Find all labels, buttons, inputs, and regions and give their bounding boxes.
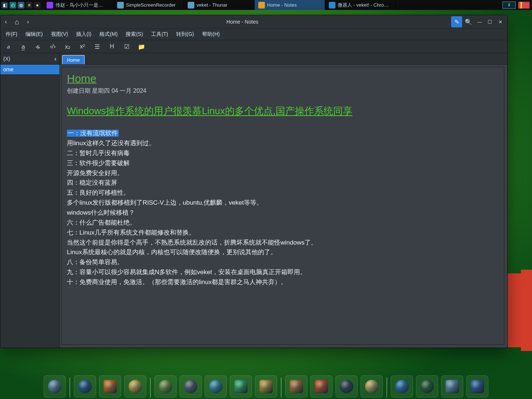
minimize-icon: — [477, 19, 482, 25]
dock-app-icon [365, 380, 378, 393]
dock-item[interactable] [124, 375, 146, 398]
document-tab[interactable]: Home [62, 55, 85, 64]
search-button[interactable]: 🔍 [463, 16, 474, 27]
tray-flag-icon[interactable] [518, 1, 530, 9]
dock-item[interactable] [74, 375, 96, 398]
close-icon: ✕ [498, 19, 502, 25]
taskbar-task[interactable]: 微器人 - veket! - Chro… [325, 0, 396, 10]
italic-icon[interactable]: 𝘢 [4, 42, 13, 51]
close-button[interactable]: ✕ [495, 17, 505, 27]
editor-pane[interactable]: Home 创建日期 星期四 04 一月 2024 Windows操作系统的用户很… [61, 67, 504, 345]
nav-home-button[interactable]: ⌂ [11, 16, 23, 27]
sidebar-tab-header[interactable]: (X) ‹ [0, 53, 59, 65]
menubar: 件(F)编辑(E)视图(V)插入(I)格式(M)搜索(S)工具(T)转到(G)帮… [0, 28, 507, 40]
globe-icon[interactable]: ◍ [18, 2, 24, 8]
dock-item[interactable] [416, 375, 438, 398]
taskbar-task-label: veket - Thunar [197, 2, 228, 8]
main-area: Home Home 创建日期 星期四 04 一月 2024 Windows操作系… [60, 53, 507, 348]
dot-icon[interactable]: ● [34, 2, 41, 8]
nav-back-button[interactable]: ‹ [0, 16, 11, 27]
list-icon[interactable]: ☰ [93, 42, 102, 51]
strike-icon[interactable]: s̶ [34, 42, 42, 51]
dock-item[interactable] [180, 375, 202, 398]
taskbar-task-label: SimpleScreenRecorder [126, 2, 175, 8]
sidebar-collapse-icon[interactable]: ‹ [54, 55, 57, 63]
dock-item[interactable] [230, 375, 252, 398]
sidebar: (X) ‹ ome [0, 53, 60, 348]
menu-item[interactable]: 搜索(S) [122, 30, 147, 39]
menu-item[interactable]: 格式(M) [96, 30, 121, 39]
dock-item[interactable] [391, 375, 413, 398]
menu-icon[interactable]: ≡ [26, 2, 33, 8]
doc-line: 八：备份简单容易。 [67, 259, 123, 266]
menu-item[interactable]: 帮助(H) [198, 30, 223, 39]
doc-line: 十：免费商业使用，免激活。（那些需要激活的linux都是害群之马人神共弃）。 [67, 279, 287, 286]
window-titlebar[interactable]: ‹ ⌂ › Home - Notes ✎ 🔍 — ☐ ✕ [0, 15, 507, 28]
underline-icon[interactable]: a̲ [19, 42, 28, 51]
taskbar-task[interactable]: SimpleScreenRecorder [113, 0, 184, 10]
taskbar-tasks: 传赵 - 鸟小小只一是…SimpleScreenRecorderveket - … [43, 0, 396, 10]
doc-headline: Windows操作系统的用户很羡慕Linux的多个优点,国产操作系统同享 [67, 105, 499, 117]
code-icon[interactable]: ‹/› [48, 42, 57, 51]
folder-open-icon[interactable]: 📁 [137, 42, 146, 51]
sidebar-item[interactable]: ome [0, 65, 59, 74]
menu-item[interactable]: 插入(I) [72, 30, 95, 39]
dock-app-icon [315, 380, 328, 393]
dock-item[interactable] [205, 375, 227, 398]
minimize-button[interactable]: — [475, 17, 484, 27]
menu-item[interactable]: 件(F) [2, 30, 21, 39]
dock-item[interactable] [285, 375, 307, 398]
sidebar-tab-label: (X) [3, 56, 10, 62]
dock-app-icon [234, 380, 248, 393]
menu-item[interactable]: 工具(T) [147, 30, 172, 39]
edit-mode-button[interactable]: ✎ [451, 16, 462, 27]
dock-separator [281, 378, 282, 398]
taskbar-task-label: 微器人 - veket! - Chro… [338, 2, 389, 8]
dock-item[interactable] [255, 375, 277, 398]
format-toolbar: 𝘢a̲s̶‹/›x₂x²☰H☑📁 [0, 40, 507, 53]
taskbar-task[interactable]: veket - Thunar [184, 0, 255, 10]
dock-app-icon [259, 380, 273, 393]
dock-item[interactable] [310, 375, 332, 398]
dock-app-icon [159, 380, 172, 393]
superscript-icon[interactable]: x² [78, 42, 87, 51]
subscript-icon[interactable]: x₂ [63, 42, 72, 51]
doc-body[interactable]: 一：没有流氓软件用linux这样久了还没有遇到过。二：暂时几乎没有病毒三：软件很… [67, 129, 499, 287]
menu-item[interactable]: 视图(V) [47, 30, 72, 39]
document: Home 创建日期 星期四 04 一月 2024 Windows操作系统的用户很… [62, 67, 504, 302]
dock-item[interactable] [466, 375, 488, 398]
maximize-button[interactable]: ☐ [485, 17, 495, 27]
dock-app-icon [471, 380, 484, 393]
dock-item[interactable] [441, 375, 463, 398]
dock-app-icon [340, 380, 353, 393]
dock-item[interactable] [335, 375, 358, 398]
dock-separator [386, 378, 387, 398]
dock-item[interactable] [361, 375, 383, 398]
heading-icon[interactable]: H [108, 42, 116, 51]
dock-item[interactable] [44, 375, 66, 398]
doc-date: 创建日期 星期四 04 一月 2024 [67, 87, 499, 95]
doc-line: windows什么时候移植？ [67, 209, 135, 216]
taskbar-task[interactable]: Home - Notes [255, 0, 325, 10]
clock-icon[interactable]: ◴ [10, 2, 16, 8]
dock-separator [150, 378, 151, 398]
music-icon [47, 2, 53, 8]
dock-app-icon [395, 380, 409, 393]
task-icon[interactable]: ☑ [122, 42, 131, 51]
doc-line: 五：良好的可移植性。 [67, 189, 130, 196]
doc-line: 七：Linux几乎所有系统文件都能修改和替换。 [67, 229, 195, 236]
dock-item[interactable] [99, 375, 121, 398]
taskbar-task-label: Home - Notes [267, 2, 297, 8]
app-launcher-icon[interactable]: ◧ [1, 2, 8, 8]
notes-window: ‹ ⌂ › Home - Notes ✎ 🔍 — ☐ ✕ 件(F)编辑(E)视图… [0, 15, 508, 348]
menu-item[interactable]: 转到(G) [173, 30, 198, 39]
pencil-icon: ✎ [454, 18, 459, 25]
nav-forward-button[interactable]: › [23, 16, 34, 27]
taskbar-task[interactable]: 传赵 - 鸟小小只一是… [43, 0, 113, 10]
chevron-left-icon: ‹ [5, 18, 7, 25]
doc-line: 六：什么广告都能杜绝。 [67, 219, 136, 226]
folder-icon [188, 2, 194, 8]
menu-item[interactable]: 编辑(E) [22, 30, 47, 39]
tray-monitor-icon[interactable]: X [502, 1, 516, 9]
dock-item[interactable] [154, 375, 177, 398]
